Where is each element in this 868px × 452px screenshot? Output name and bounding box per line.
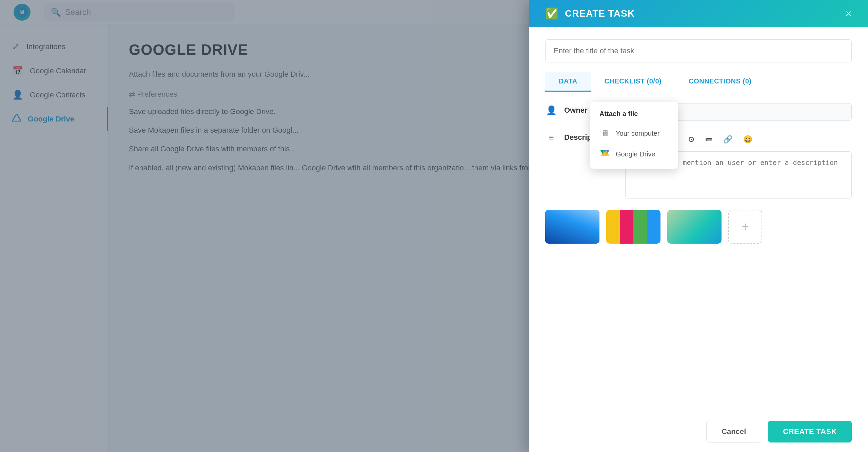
modal-title: CREATE TASK [565, 8, 635, 19]
cancel-button[interactable]: Cancel [706, 421, 761, 442]
owner-icon: 👤 [545, 105, 557, 116]
bullet-list-button[interactable]: ⊙ [685, 134, 697, 145]
task-title-input[interactable] [545, 39, 852, 62]
tab-data[interactable]: DATA [545, 72, 591, 92]
modal-header: ✅ CREATE TASK × [529, 0, 868, 27]
attach-drive-label: Google Drive [616, 150, 655, 158]
modal-header-left: ✅ CREATE TASK [545, 7, 635, 20]
thumbnail-row: + [545, 210, 852, 244]
google-drive-icon [599, 149, 610, 159]
emoji-button[interactable]: 😀 [741, 134, 755, 145]
create-task-button[interactable]: CREATE TASK [768, 421, 852, 442]
attach-file-dropdown: Attach a file 🖥 Your computer Google Dri… [590, 102, 678, 169]
thumbnail-3[interactable] [667, 210, 722, 244]
modal-body: DATA CHECKLIST (0/0) CONNECTIONS (0) 👤 O… [529, 27, 868, 411]
thumbnail-1[interactable] [545, 210, 599, 244]
attach-computer-label: Your computer [616, 130, 659, 137]
modal-tabs: DATA CHECKLIST (0/0) CONNECTIONS (0) [545, 72, 852, 92]
thumbnail-2[interactable] [606, 210, 660, 244]
tab-connections[interactable]: CONNECTIONS (0) [675, 72, 765, 92]
modal-close-button[interactable]: × [845, 8, 852, 19]
tab-checklist[interactable]: CHECKLIST (0/0) [591, 72, 675, 92]
attach-computer-option[interactable]: 🖥 Your computer [590, 123, 678, 144]
link-button[interactable]: 🔗 [721, 134, 735, 145]
computer-icon: 🖥 [599, 129, 610, 138]
ordered-list-button[interactable]: ≔ [702, 134, 715, 145]
modal-footer: Cancel CREATE TASK [529, 411, 868, 452]
check-circle-icon: ✅ [545, 7, 559, 20]
description-icon: ≡ [545, 132, 557, 143]
add-thumbnail-button[interactable]: + [728, 210, 762, 244]
attach-dropdown-title: Attach a file [590, 106, 678, 123]
attach-drive-option[interactable]: Google Drive [590, 144, 678, 165]
create-task-modal: ✅ CREATE TASK × DATA CHECKLIST (0/0) CON… [529, 0, 868, 452]
